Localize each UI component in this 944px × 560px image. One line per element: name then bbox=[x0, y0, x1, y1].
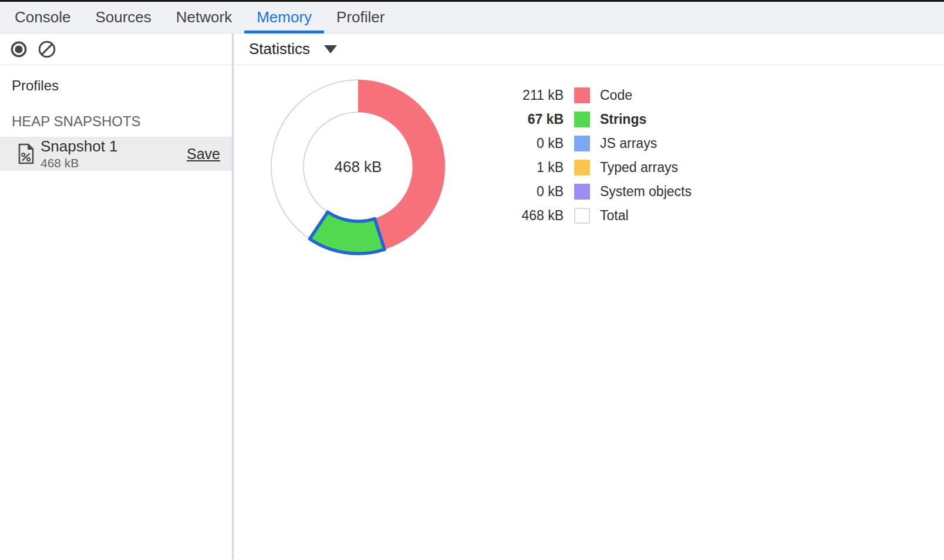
legend-row-typed-arrays[interactable]: 1 kBTyped arrays bbox=[507, 156, 692, 180]
snapshot-size: 468 kB bbox=[41, 156, 118, 170]
tab-memory[interactable]: Memory bbox=[244, 2, 324, 33]
legend-label: System objects bbox=[600, 184, 692, 200]
profiles-list-panel: Profiles HEAP SNAPSHOTS Snapshot 1 468 k… bbox=[0, 65, 232, 559]
perspective-select-value: Statistics bbox=[249, 40, 310, 58]
legend-value: 0 kB bbox=[507, 136, 564, 151]
legend-value: 67 kB bbox=[507, 112, 564, 127]
tab-network[interactable]: Network bbox=[164, 2, 244, 33]
legend-swatch-js-arrays-icon bbox=[574, 136, 590, 151]
chevron-down-icon bbox=[324, 45, 337, 53]
pie-slice-strings[interactable] bbox=[310, 212, 385, 254]
snapshot-text: Snapshot 1 468 kB bbox=[41, 138, 118, 170]
record-icon bbox=[10, 41, 28, 58]
legend-label: Total bbox=[600, 208, 629, 224]
legend-swatch-total-icon bbox=[574, 208, 590, 224]
record-heap-snapshot-button[interactable] bbox=[10, 41, 28, 58]
snapshot-list-item[interactable]: Snapshot 1 468 kB Save bbox=[0, 137, 232, 171]
tab-profiler[interactable]: Profiler bbox=[324, 2, 397, 33]
profiles-sidebar: Profiles HEAP SNAPSHOTS Snapshot 1 468 k… bbox=[0, 33, 234, 559]
legend-value: 1 kB bbox=[507, 160, 564, 176]
legend-row-code[interactable]: 211 kBCode bbox=[507, 83, 692, 107]
legend-row-system-objects[interactable]: 0 kBSystem objects bbox=[507, 180, 692, 204]
snapshot-file-icon bbox=[18, 143, 35, 164]
tab-console[interactable]: Console bbox=[2, 2, 83, 33]
heap-snapshots-group-heading: HEAP SNAPSHOTS bbox=[12, 113, 232, 130]
pie-outline-circle bbox=[304, 112, 413, 221]
legend-label: JS arrays bbox=[600, 136, 657, 151]
perspective-select[interactable]: Statistics bbox=[245, 38, 340, 60]
legend-label: Strings bbox=[600, 112, 646, 127]
devtools-body: Profiles HEAP SNAPSHOTS Snapshot 1 468 k… bbox=[0, 33, 944, 559]
legend-row-total[interactable]: 468 kBTotal bbox=[507, 204, 692, 228]
legend-value: 211 kB bbox=[507, 87, 564, 103]
heap-statistics-donut-chart bbox=[264, 73, 452, 261]
snapshot-title: Snapshot 1 bbox=[41, 138, 118, 155]
statistics-toolbar: Statistics bbox=[234, 33, 944, 65]
legend-label: Typed arrays bbox=[600, 160, 678, 176]
devtools-tabbar: ConsoleSourcesNetworkMemoryProfiler bbox=[0, 2, 944, 33]
save-snapshot-link[interactable]: Save bbox=[187, 146, 226, 163]
legend-row-strings[interactable]: 67 kBStrings bbox=[507, 107, 692, 131]
devtools-window: ConsoleSourcesNetworkMemoryProfiler bbox=[0, 0, 944, 560]
legend-row-js-arrays[interactable]: 0 kBJS arrays bbox=[507, 131, 692, 156]
legend-value: 0 kB bbox=[507, 184, 564, 200]
profiler-toolbar bbox=[0, 33, 232, 65]
legend-label: Code bbox=[600, 87, 632, 103]
legend-swatch-system-objects-icon bbox=[574, 184, 590, 200]
profiles-heading: Profiles bbox=[12, 77, 232, 94]
pie-legend: 211 kBCode67 kBStrings0 kBJS arrays1 kBT… bbox=[507, 83, 692, 228]
statistics-chart-area: 468 kB 211 kBCode67 kBStrings0 kBJS arra… bbox=[234, 65, 944, 559]
legend-swatch-strings-icon bbox=[574, 112, 590, 127]
legend-value: 468 kB bbox=[507, 208, 564, 224]
memory-main-panel: Statistics 468 kB 211 kBCode67 kBStrings… bbox=[234, 33, 944, 559]
legend-swatch-code-icon bbox=[574, 87, 590, 103]
legend-swatch-typed-arrays-icon bbox=[574, 160, 590, 176]
clear-profiles-button[interactable] bbox=[38, 41, 56, 58]
clear-icon bbox=[38, 41, 56, 58]
tab-sources[interactable]: Sources bbox=[83, 2, 163, 33]
